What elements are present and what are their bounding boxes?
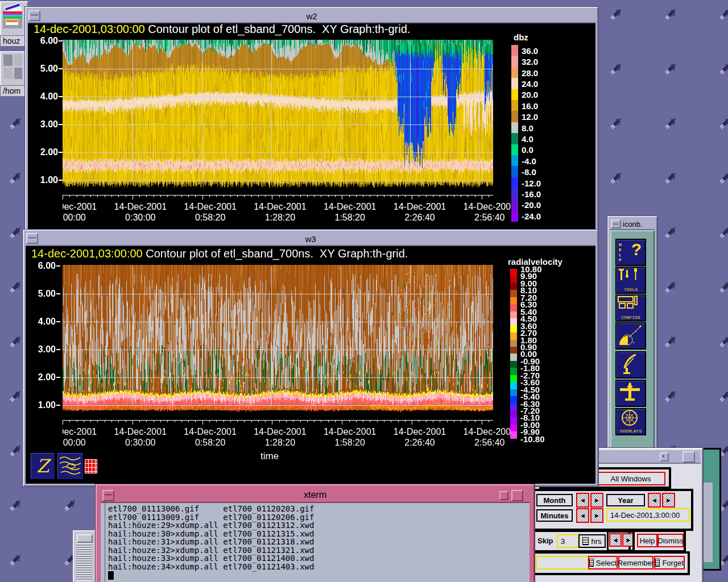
dismiss-button[interactable]: Dismiss xyxy=(657,534,684,547)
minutes-forward-button[interactable]: ► xyxy=(590,508,603,523)
window-menu-button[interactable] xyxy=(77,534,93,543)
background-window-content xyxy=(701,483,713,562)
year-back-button[interactable]: ◄ xyxy=(648,493,661,508)
desktop-pattern-pin-icon xyxy=(663,225,678,240)
xterm-titlebar[interactable]: xterm xyxy=(101,488,530,503)
minutes-label: Minutes xyxy=(540,512,568,520)
select-label: Select xyxy=(596,559,617,567)
scrollbar[interactable] xyxy=(76,543,92,581)
select-icon xyxy=(589,559,594,567)
month-button[interactable]: Month xyxy=(536,494,573,506)
desktop-pattern-pin-icon xyxy=(609,61,623,76)
remember-label: Remember xyxy=(618,559,654,567)
desktop-pattern-pin-icon xyxy=(663,389,678,404)
date-value: 14-Dec-2001,3:00:00 xyxy=(610,511,680,519)
desktop-pattern-pin-icon xyxy=(718,334,728,349)
folder-drawer-icon xyxy=(1,2,25,33)
help-group: Help Dismiss xyxy=(632,530,686,552)
aircraft-button[interactable] xyxy=(615,380,646,407)
help-label: Help xyxy=(640,537,655,545)
desktop-pattern-pin-icon xyxy=(8,389,23,404)
skip-value: 3 xyxy=(561,537,565,546)
panel-maximize-button[interactable] xyxy=(682,451,695,463)
desktop-pattern-pin-icon xyxy=(663,116,678,131)
help-button[interactable]: Help xyxy=(637,534,657,547)
overlays-icon xyxy=(617,409,643,427)
forget-button[interactable]: Forget xyxy=(654,556,685,569)
hrs-label: hrs xyxy=(591,537,601,546)
w3-titlebar[interactable]: w3 xyxy=(26,232,595,246)
grid-tool-button[interactable] xyxy=(85,459,97,473)
desktop-icon-houz[interactable]: houz xyxy=(0,1,28,38)
xterm-maximize-button[interactable] xyxy=(511,490,523,501)
configs-icon xyxy=(617,296,643,314)
desktop-pattern-pin-icon xyxy=(609,7,623,22)
remember-button[interactable]: Remember xyxy=(618,556,653,569)
xterm-content[interactable]: etl700_01113006.gif etl700_01120203.gif … xyxy=(101,503,530,582)
overlays-label: OVERLAYS xyxy=(617,429,645,434)
antenna-dish-icon xyxy=(617,352,643,376)
desktop-pattern-pin-icon xyxy=(718,116,728,131)
window-xterm: xterm etl700_01113006.gif etl700_0112020… xyxy=(96,484,535,582)
desktop-icon-home[interactable]: /hom xyxy=(0,51,28,88)
year-button[interactable]: Year xyxy=(606,494,645,506)
w2-window-menu-button[interactable] xyxy=(28,10,40,21)
iconbar-title: iconb. xyxy=(623,220,643,228)
w2-plot-area xyxy=(28,23,595,229)
configs-label: CONFIGS xyxy=(617,315,645,320)
minutes-back-button[interactable]: ◄ xyxy=(576,508,589,523)
panel-minimize-button[interactable] xyxy=(660,452,669,462)
desktop-pattern-pin-icon xyxy=(8,498,23,513)
radar-scan-button[interactable] xyxy=(615,322,646,350)
xterm-window-menu-button[interactable] xyxy=(102,490,114,501)
year-forward-button[interactable]: ► xyxy=(662,493,675,508)
hrs-menu-button[interactable]: hrs xyxy=(578,534,606,548)
xterm-scrollbar-divider xyxy=(105,503,105,582)
contour-tool-button[interactable] xyxy=(56,452,84,480)
desktop-pattern-pin-icon xyxy=(8,171,23,185)
dismiss-label: Dismiss xyxy=(657,537,684,545)
window-panes-icon xyxy=(1,52,25,83)
w3-window-menu-button[interactable] xyxy=(26,233,38,244)
configs-button[interactable]: CONFIGS xyxy=(615,294,646,322)
desktop-pattern-pin-icon xyxy=(8,280,23,294)
tools-button[interactable]: TOOLS xyxy=(615,267,646,294)
skip-group: Skip 3 hrs ◄ ► xyxy=(531,530,631,552)
menu-icon xyxy=(582,537,589,545)
w3-plot-area xyxy=(26,246,595,484)
contour-lines-icon xyxy=(59,454,82,478)
tools-icon xyxy=(617,268,643,286)
skip-field[interactable]: 3 xyxy=(557,534,579,548)
desktop-pattern-pin-icon xyxy=(718,171,728,185)
xterm-output: etl700_01113006.gif etl700_01120203.gif … xyxy=(108,505,314,571)
forget-icon xyxy=(655,559,660,567)
xterm-cursor xyxy=(108,571,114,580)
select-button[interactable]: Select xyxy=(588,556,618,569)
w2-titlebar[interactable]: w2 xyxy=(28,10,595,23)
skip-back-button[interactable]: ◄ xyxy=(609,533,622,547)
minutes-button[interactable]: Minutes xyxy=(536,509,573,522)
all-windows-label: All Windows xyxy=(611,475,651,483)
all-windows-button[interactable]: All Windows xyxy=(596,472,665,485)
desktop-pattern-pin-icon xyxy=(8,225,23,240)
zoom-tool-button[interactable]: Z xyxy=(30,452,56,480)
selection-field[interactable] xyxy=(536,556,589,569)
date-field[interactable]: 14-Dec-2001,3:00:00 xyxy=(606,508,690,522)
antenna-dish-button[interactable] xyxy=(615,351,646,379)
help-vertical-label: HELP xyxy=(619,242,624,263)
desktop-pattern-pin-icon xyxy=(63,498,77,513)
question-mark-icon: ? xyxy=(631,240,642,259)
tools-label: TOOLS xyxy=(617,287,645,292)
minimize-dot xyxy=(663,455,664,457)
iconbar-window-menu-button[interactable] xyxy=(611,219,621,228)
skip-label: Skip xyxy=(537,537,553,545)
month-forward-button[interactable]: ► xyxy=(590,493,603,508)
w3-title: w3 xyxy=(305,234,316,244)
help-button[interactable]: HELP? xyxy=(615,239,646,266)
overlays-button[interactable]: OVERLAYS xyxy=(615,408,646,435)
month-back-button[interactable]: ◄ xyxy=(576,493,589,508)
desktop-pattern-pin-icon xyxy=(609,171,623,185)
xterm-minimize-button[interactable] xyxy=(499,491,508,500)
desktop-pattern-pin-icon xyxy=(663,334,678,349)
z-glyph: Z xyxy=(36,455,49,477)
